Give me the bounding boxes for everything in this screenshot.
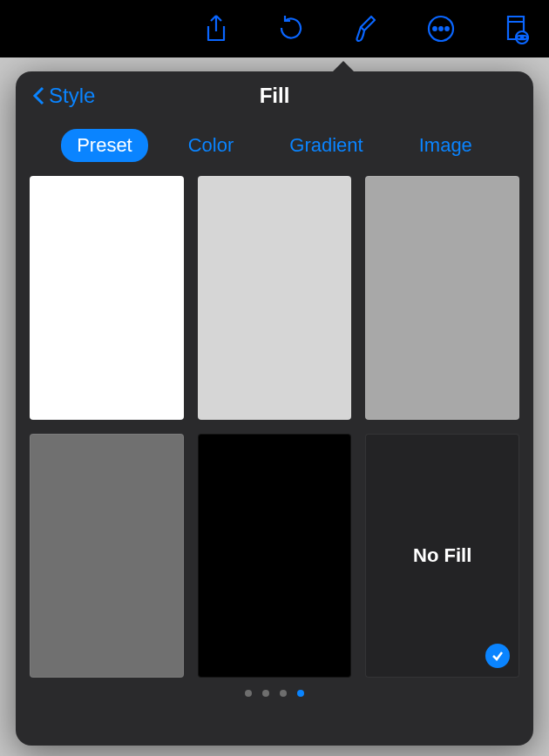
- svg-point-1: [433, 27, 437, 30]
- page-dot: [245, 690, 252, 697]
- page-dot: [262, 690, 269, 697]
- swatch-light-gray[interactable]: [198, 176, 352, 420]
- popover-header: Style Fill: [16, 71, 533, 120]
- swatch-dark-gray[interactable]: [30, 434, 184, 678]
- tab-color[interactable]: Color: [173, 129, 250, 162]
- swatch-no-fill[interactable]: No Fill: [365, 434, 519, 678]
- svg-point-5: [520, 36, 525, 40]
- undo-icon[interactable]: [275, 13, 307, 44]
- back-button[interactable]: Style: [31, 84, 95, 108]
- fill-type-tabs: Preset Color Gradient Image: [16, 120, 533, 176]
- swatch-gray[interactable]: [365, 176, 519, 420]
- swatch-label: No Fill: [413, 544, 471, 567]
- swatch-black[interactable]: [198, 434, 352, 678]
- preset-swatch-grid: No Fill: [16, 176, 533, 678]
- top-toolbar: [0, 0, 549, 57]
- format-brush-icon[interactable]: [350, 13, 382, 44]
- page-indicator[interactable]: [16, 678, 533, 709]
- selected-checkmark-icon: [485, 644, 510, 668]
- swatch-white[interactable]: [30, 176, 184, 420]
- back-label: Style: [49, 84, 95, 108]
- tab-preset[interactable]: Preset: [61, 129, 148, 162]
- page-dot-active: [297, 690, 304, 697]
- svg-point-2: [439, 27, 443, 30]
- tab-image[interactable]: Image: [403, 129, 488, 162]
- document-view-icon[interactable]: [500, 13, 532, 44]
- more-icon[interactable]: [425, 13, 457, 44]
- page-dot: [280, 690, 287, 697]
- share-icon[interactable]: [200, 13, 232, 44]
- svg-point-3: [445, 27, 449, 30]
- chevron-left-icon: [31, 85, 45, 106]
- tab-gradient[interactable]: Gradient: [274, 129, 378, 162]
- fill-popover: Style Fill Preset Color Gradient Image N…: [16, 71, 533, 746]
